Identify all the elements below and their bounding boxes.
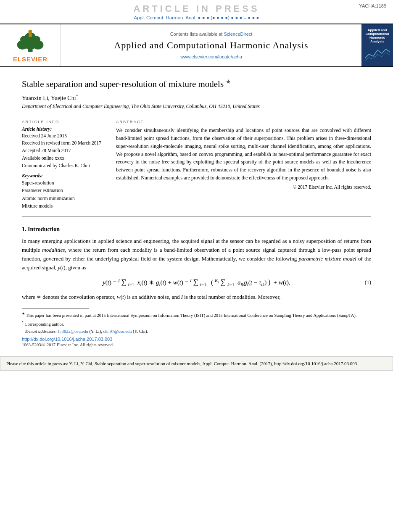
author-names: Yuanxin Li, Yuejie Chi bbox=[22, 95, 76, 101]
footnote-emails: E-mail addresses: li.3822@osu.edu (Y. Li… bbox=[22, 328, 371, 335]
contents-available-line: Contents lists available at ScienceDirec… bbox=[170, 32, 253, 37]
article-history-title: Article history: bbox=[22, 126, 106, 132]
intro-para-1: In many emerging applications in applied… bbox=[22, 237, 371, 272]
authors: Yuanxin Li, Yuejie Chi* bbox=[22, 94, 371, 102]
article-info-col: ARTICLE INFO Article history: Received 2… bbox=[22, 119, 106, 210]
corresponding-star: * bbox=[76, 94, 78, 98]
paper-title: Stable separation and super-resolution o… bbox=[22, 78, 371, 90]
footnote-star: ★ This paper has been presented in part … bbox=[22, 311, 371, 319]
divider-2 bbox=[22, 216, 371, 217]
article-in-press-banner: ARTICLE IN PRESS YACHA:1189 Appl. Comput… bbox=[0, 0, 393, 24]
abstract-text: We consider simultaneously identifying t… bbox=[116, 126, 371, 182]
citation-bar: Please cite this article in press as: Y.… bbox=[0, 356, 393, 371]
footnote-divider bbox=[22, 308, 89, 309]
doi-link[interactable]: http://dx.doi.org/10.1016/j.acha.2017.03… bbox=[22, 337, 112, 342]
title-star: ★ bbox=[226, 79, 231, 85]
cover-decoration-icon bbox=[365, 46, 390, 63]
equation-1-number: (1) bbox=[365, 279, 371, 286]
yacha-id: YACHA:1189 bbox=[359, 3, 386, 8]
divider-1 bbox=[22, 115, 371, 115]
sciencedirect-link[interactable]: ScienceDirect bbox=[224, 32, 252, 37]
keywords-title: Keywords: bbox=[22, 173, 106, 178]
email-link-1[interactable]: li.3822@osu.edu bbox=[58, 329, 88, 334]
journal-center: Contents lists available at ScienceDirec… bbox=[61, 24, 361, 66]
equation-1-area: y(t) = I ∑ i=1 xi(t) ∗ gi(t) + w(t) = I … bbox=[22, 278, 371, 287]
email-link-2[interactable]: chi.97@osu.edu bbox=[103, 329, 132, 334]
abstract-copyright: © 2017 Elsevier Inc. All rights reserved… bbox=[116, 184, 371, 190]
journal-ref-line: Appl. Comput. Harmon. Anal. ● ● ● (● ● ●… bbox=[0, 14, 393, 23]
equation-1: y(t) = I ∑ i=1 xi(t) ∗ gi(t) + w(t) = I … bbox=[103, 278, 290, 287]
abstract-col: ABSTRACT We consider simultaneously iden… bbox=[116, 119, 371, 210]
affiliation: Department of Electrical and Computer En… bbox=[22, 103, 371, 110]
issn-line: 1063-5203/© 2017 Elsevier Inc. All right… bbox=[22, 342, 371, 347]
svg-rect-8 bbox=[29, 33, 32, 37]
intro-para-2: where ∗ denotes the convolution operator… bbox=[22, 293, 371, 302]
elsevier-brand-label: ELSEVIER bbox=[13, 55, 47, 63]
journal-title-header: Applied and Computational Harmonic Analy… bbox=[114, 40, 308, 51]
two-col-section: ARTICLE INFO Article history: Received 2… bbox=[22, 119, 371, 210]
doi-line: http://dx.doi.org/10.1016/j.acha.2017.03… bbox=[22, 337, 371, 342]
main-content: Stable separation and super-resolution o… bbox=[0, 67, 393, 351]
italic-mixture-model: parametric mixture model bbox=[299, 255, 356, 262]
journal-cover-thumbnail: Applied andComputationalHarmonic Analysi… bbox=[361, 24, 393, 66]
and-word: and bbox=[172, 294, 180, 300]
italic-modalities: modalities bbox=[42, 247, 65, 253]
keywords-body: Super-resolution Parameter estimation At… bbox=[22, 179, 106, 210]
elsevier-logo-area: ELSEVIER bbox=[0, 24, 61, 66]
article-in-press-title: ARTICLE IN PRESS bbox=[0, 3, 393, 14]
journal-header: ELSEVIER Contents lists available at Sci… bbox=[0, 24, 393, 67]
svg-point-6 bbox=[33, 36, 40, 43]
elsevier-tree-icon bbox=[9, 29, 51, 54]
svg-point-5 bbox=[20, 36, 28, 43]
article-history-body: Received 24 June 2015 Received in revise… bbox=[22, 132, 106, 170]
intro-heading: 1. Introduction bbox=[22, 226, 371, 233]
footnote-corresponding: * Corresponding author. bbox=[22, 320, 371, 327]
article-info-label: ARTICLE INFO bbox=[22, 119, 106, 124]
journal-url-link[interactable]: www.elsevier.com/locate/acha bbox=[180, 54, 242, 59]
svg-point-7 bbox=[28, 29, 32, 33]
journal-url: www.elsevier.com/locate/acha bbox=[180, 54, 242, 59]
abstract-label: ABSTRACT bbox=[116, 119, 371, 124]
